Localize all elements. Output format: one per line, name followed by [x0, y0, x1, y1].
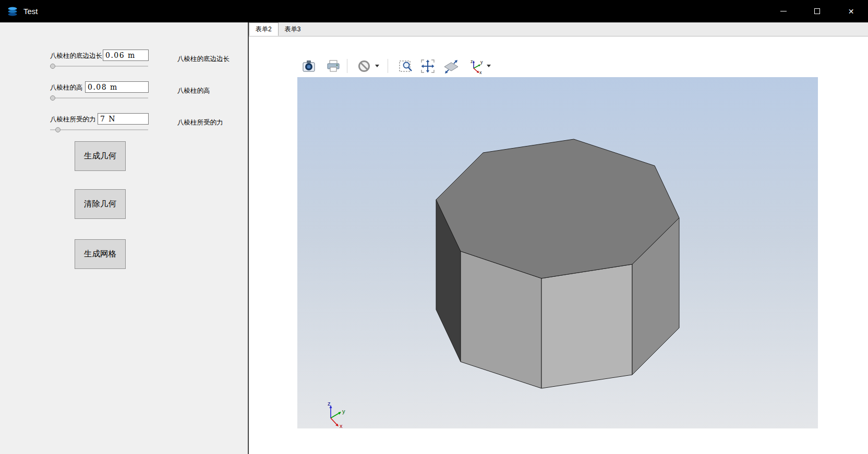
force-label: 八棱柱所受的力 [50, 115, 96, 124]
triad-z-label: z [328, 400, 331, 407]
window-controls: ✕ [766, 0, 868, 22]
window-title: Test [23, 7, 38, 16]
slider-groove[interactable] [50, 97, 148, 99]
pan-icon [419, 58, 436, 75]
tab-label: 表单3 [285, 25, 301, 34]
printer-icon [325, 58, 342, 75]
tab-label: 表单2 [256, 25, 272, 34]
view-orientation-icon: z y x [467, 58, 484, 75]
graphics-canvas[interactable]: z y x [297, 77, 818, 428]
form-panel: 八棱柱的底边边长 八棱柱的底边边长 八棱柱的高 八棱柱的高 八棱柱所受的力 [0, 22, 248, 454]
minimize-icon [780, 11, 787, 11]
toolbar-separator [388, 59, 388, 73]
zoom-extents-icon [443, 58, 460, 75]
height-display: 八棱柱的高 [177, 87, 210, 95]
close-button[interactable]: ✕ [834, 0, 868, 22]
generate-geometry-button[interactable]: 生成几何 [75, 141, 126, 171]
main-area: 八棱柱的底边边长 八棱柱的底边边长 八棱柱的高 八棱柱的高 八棱柱所受的力 [0, 22, 868, 454]
maximize-icon [814, 8, 820, 14]
pan-button[interactable] [419, 58, 436, 75]
view-icon-z-label: z [471, 59, 473, 64]
force-display: 八棱柱所受的力 [177, 118, 223, 127]
axis-orientation-indicator: z y x [320, 399, 349, 428]
snapshot-button[interactable] [300, 58, 317, 75]
triad-x-label: x [340, 423, 343, 428]
close-icon: ✕ [848, 8, 854, 15]
zoom-extents-button[interactable] [443, 58, 460, 75]
slider-thumb[interactable] [50, 95, 55, 101]
toolbar-separator [347, 59, 347, 73]
camera-icon [300, 58, 317, 75]
view-orientation-button[interactable]: z y x [467, 58, 484, 75]
triad-y-label: y [342, 408, 345, 414]
height-slider[interactable] [50, 95, 148, 101]
generate-mesh-button[interactable]: 生成网格 [75, 239, 126, 269]
force-slider[interactable] [50, 127, 148, 133]
tab-form2[interactable]: 表单2 [249, 22, 279, 36]
zoom-box-button[interactable] [397, 58, 414, 75]
base-edge-input[interactable] [103, 50, 149, 61]
base-edge-label: 八棱柱的底边边长 [50, 52, 102, 60]
slider-groove[interactable] [50, 129, 148, 130]
view-icon-y-label: y [480, 59, 483, 65]
titlebar: Test ✕ [0, 0, 868, 22]
force-input[interactable] [98, 113, 149, 125]
slider-thumb[interactable] [55, 127, 61, 132]
minimize-button[interactable] [766, 0, 800, 22]
height-label: 八棱柱的高 [50, 83, 83, 92]
view-orientation-dropdown-caret[interactable] [487, 65, 491, 67]
slider-groove[interactable] [50, 66, 148, 67]
clear-geometry-button[interactable]: 清除几何 [75, 189, 126, 219]
view-icon-x-label: x [479, 70, 482, 75]
base-edge-display: 八棱柱的底边边长 [177, 55, 230, 64]
print-button[interactable] [325, 58, 342, 75]
app-window: Test ✕ 八棱柱的底边边长 八棱柱的底边边长 八棱柱的高 [0, 0, 868, 454]
tabbar: 表单2 表单3 [249, 22, 868, 36]
transparency-icon [356, 58, 372, 75]
maximize-button[interactable] [800, 0, 834, 22]
form-window: z y x [249, 36, 868, 454]
octagonal-prism [297, 77, 818, 428]
height-input[interactable] [85, 81, 149, 93]
tab-form3[interactable]: 表单3 [279, 22, 307, 36]
zoom-box-icon [397, 58, 414, 75]
slider-thumb[interactable] [50, 64, 55, 69]
right-panel: 表单2 表单3 [249, 22, 868, 454]
transparency-button[interactable] [356, 58, 372, 75]
base-edge-slider[interactable] [50, 63, 148, 69]
app-icon [7, 6, 18, 17]
transparency-dropdown-caret[interactable] [375, 65, 379, 67]
